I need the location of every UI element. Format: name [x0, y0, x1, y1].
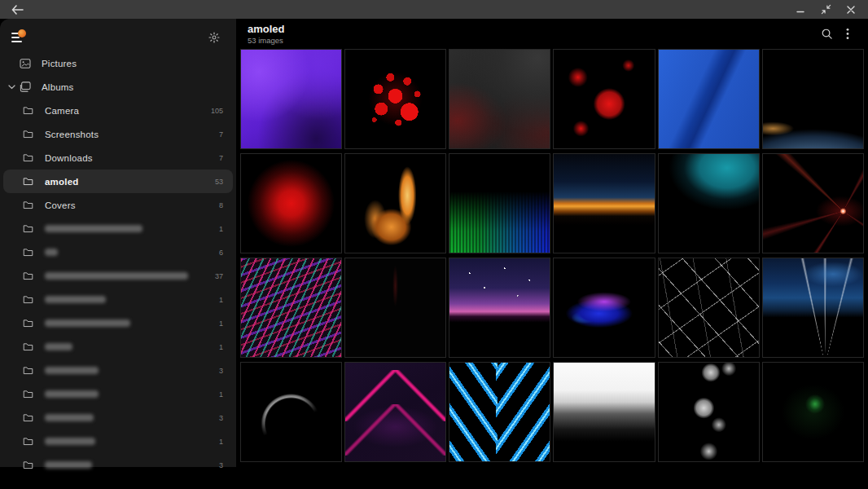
redacted-label [45, 414, 94, 421]
minimize-icon [796, 5, 805, 15]
folder-icon [23, 248, 35, 257]
sidebar-nav: Pictures Albums Camera 105 [0, 51, 236, 477]
sidebar-album-screenshots[interactable]: Screenshots 7 [3, 122, 233, 146]
back-button[interactable] [8, 2, 26, 18]
album-count: 1 [219, 296, 223, 304]
photo-thumbnail-23[interactable] [658, 362, 760, 462]
sidebar-item-label: Albums [42, 82, 74, 92]
photo-grid [236, 49, 868, 467]
search-button[interactable] [816, 24, 837, 45]
window-controls [791, 2, 860, 18]
app-window: Pictures Albums Camera 105 [0, 19, 868, 467]
photo-thumbnail-20[interactable] [344, 362, 446, 462]
photo-thumbnail-1[interactable] [240, 49, 342, 149]
album-count: 3 [219, 367, 223, 375]
photo-thumbnail-24[interactable] [762, 362, 864, 462]
photo-thumbnail-14[interactable] [344, 258, 446, 358]
album-label: amoled [45, 177, 78, 187]
album-count: 105 [211, 107, 223, 115]
album-count: 37 [215, 272, 223, 280]
photo-thumbnail-9[interactable] [449, 153, 550, 253]
gear-icon [208, 32, 220, 43]
albums-stack-icon [20, 82, 32, 92]
sidebar-album-redacted[interactable]: 1 [3, 217, 233, 240]
image-count-subtitle: 53 images [248, 36, 285, 45]
sidebar-item-pictures[interactable]: Pictures [3, 51, 233, 75]
photo-thumbnail-16[interactable] [553, 258, 655, 358]
restore-down-icon [821, 4, 831, 15]
redacted-label [45, 461, 92, 469]
sidebar-album-camera[interactable]: Camera 105 [3, 99, 233, 122]
folder-icon [23, 390, 35, 399]
folder-icon [23, 342, 35, 351]
album-count: 1 [219, 343, 223, 351]
close-button[interactable] [842, 2, 860, 18]
photo-thumbnail-18[interactable] [762, 258, 864, 358]
photo-thumbnail-5[interactable] [658, 49, 760, 149]
sidebar-album-redacted[interactable]: 3 [3, 453, 233, 477]
photo-thumbnail-2[interactable] [344, 49, 446, 149]
redacted-label [45, 272, 188, 280]
sidebar-album-redacted[interactable]: 1 [3, 311, 233, 335]
album-count: 1 [219, 390, 223, 399]
sidebar-album-redacted[interactable]: 3 [3, 359, 233, 382]
sidebar-album-redacted[interactable]: 1 [3, 335, 233, 359]
photo-thumbnail-10[interactable] [553, 153, 655, 253]
photo-thumbnail-22[interactable] [553, 362, 655, 462]
sidebar-album-redacted[interactable]: 37 [3, 264, 233, 288]
photo-thumbnail-6[interactable] [762, 49, 864, 149]
album-label: Downloads [45, 153, 93, 163]
close-icon [846, 5, 856, 15]
main-content: amoled 53 images [236, 19, 868, 467]
album-count: 3 [219, 461, 223, 469]
photo-thumbnail-8[interactable] [344, 153, 446, 253]
photo-thumbnail-19[interactable] [240, 362, 342, 462]
photo-thumbnail-15[interactable] [449, 258, 550, 358]
album-count: 7 [219, 154, 223, 162]
folder-icon [23, 413, 35, 422]
photo-thumbnail-13[interactable] [240, 258, 342, 358]
photo-thumbnail-4[interactable] [553, 49, 655, 149]
redacted-label [45, 367, 99, 374]
album-count: 1 [219, 319, 223, 328]
folder-icon [23, 106, 35, 115]
window-titlebar [0, 0, 868, 19]
photo-thumbnail-12[interactable] [762, 153, 864, 253]
sidebar-album-redacted[interactable]: 1 [3, 430, 233, 453]
logo-orange-dot [18, 29, 26, 37]
sidebar-album-amoled[interactable]: amoled 53 [3, 170, 233, 193]
folder-icon [23, 224, 35, 233]
sidebar-album-redacted[interactable]: 6 [3, 240, 233, 264]
sidebar-album-covers[interactable]: Covers 8 [3, 193, 233, 217]
photo-thumbnail-21[interactable] [449, 362, 550, 462]
sidebar-album-redacted[interactable]: 1 [3, 382, 233, 406]
sidebar-album-downloads[interactable]: Downloads 7 [3, 146, 233, 170]
arrow-left-icon [11, 5, 24, 15]
photo-thumbnail-17[interactable] [658, 258, 760, 358]
sidebar: Pictures Albums Camera 105 [0, 19, 236, 467]
photo-thumbnail-11[interactable] [658, 153, 760, 253]
album-count: 53 [215, 178, 223, 186]
photo-thumbnail-3[interactable] [449, 49, 550, 149]
folder-icon [23, 319, 35, 328]
album-count: 6 [219, 249, 223, 257]
sidebar-album-redacted[interactable]: 1 [3, 288, 233, 311]
folder-icon [23, 200, 35, 209]
sidebar-item-albums[interactable]: Albums [3, 75, 233, 99]
settings-button[interactable] [205, 29, 223, 46]
redacted-label [45, 390, 99, 398]
minimize-button[interactable] [791, 2, 809, 18]
more-options-button[interactable] [837, 24, 858, 45]
folder-icon [23, 366, 35, 375]
redacted-label [45, 225, 142, 232]
folder-icon [23, 460, 35, 469]
photo-thumbnail-7[interactable] [240, 153, 342, 253]
chevron-down-icon [8, 85, 15, 90]
folder-icon [23, 295, 35, 304]
folder-icon [23, 130, 35, 139]
restore-button[interactable] [817, 2, 835, 18]
sidebar-album-redacted[interactable]: 3 [3, 406, 233, 430]
kebab-menu-icon [846, 28, 849, 40]
redacted-label [45, 343, 72, 350]
sidebar-header [0, 24, 236, 51]
